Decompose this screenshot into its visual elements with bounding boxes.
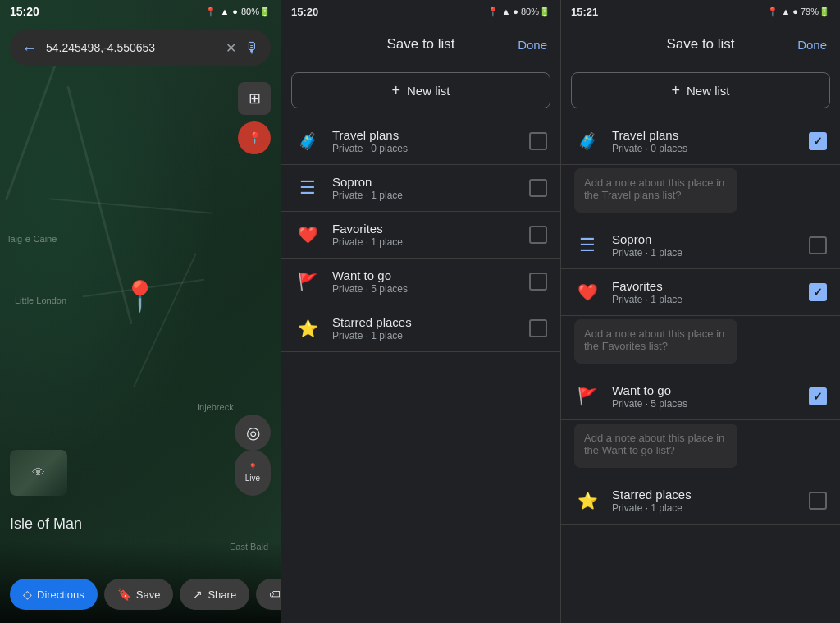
search-text: 54.245498,-4.550653: [46, 41, 217, 54]
checkmark-icon: ✓: [813, 135, 823, 148]
list-meta-right-sopron: Private · 1 place: [612, 247, 797, 259]
list-item-starred-places[interactable]: ⭐ Starred places Private · 1 place: [281, 305, 560, 352]
list-info-right-sopron: Sopron Private · 1 place: [612, 232, 797, 259]
list-icon-right-want-to-go: 🚩: [574, 383, 600, 410]
list-checkbox-right-want-to-go[interactable]: ✓: [809, 387, 827, 405]
list-icon-sopron: ☰: [294, 175, 321, 201]
save-to-list-right: 15:21 📍▲●79%🔋 Save to list Done + New li…: [560, 0, 840, 623]
list-checkbox-travel-plans[interactable]: [529, 132, 547, 150]
list-items-left: 🧳 Travel plans Private · 0 places ☰ Sopr…: [281, 115, 560, 623]
list-info-favorites: Favorites Private · 1 place: [332, 222, 518, 248]
list-checkbox-want-to-go[interactable]: [529, 273, 547, 291]
list-item-sopron[interactable]: ☰ Sopron Private · 1 place: [281, 165, 560, 212]
list-icon-favorites: ❤️: [294, 222, 321, 248]
list-meta-sopron: Private · 1 place: [332, 190, 518, 201]
share-label: Share: [208, 589, 236, 601]
list-meta-right-travel-plans: Private · 0 places: [612, 143, 797, 154]
share-button[interactable]: ↗ Share: [180, 579, 249, 610]
new-list-button-right[interactable]: + New list: [571, 72, 830, 108]
directions-button[interactable]: ◇ Directions: [10, 579, 98, 610]
list-name-right-starred-places: Starred places: [612, 488, 797, 502]
list-meta-want-to-go: Private · 5 places: [332, 283, 518, 295]
list-item-want-to-go[interactable]: 🚩 Want to go Private · 5 places: [281, 259, 560, 305]
list-info-right-travel-plans: Travel plans Private · 0 places: [612, 128, 797, 154]
map-status-icons: 📍▲●80%🔋: [205, 7, 271, 17]
clear-icon[interactable]: ✕: [226, 40, 236, 56]
list-item-right-starred-places[interactable]: ⭐ Starred places Private · 1 place: [561, 478, 840, 525]
live-label: Live: [245, 474, 260, 483]
new-list-button-left[interactable]: + New list: [291, 72, 550, 108]
plus-icon-right: +: [671, 82, 680, 99]
label-button[interactable]: 🏷 Lab: [256, 579, 281, 610]
new-list-label-right: New list: [687, 84, 730, 98]
plus-icon: +: [391, 82, 400, 99]
list-name-right-sopron: Sopron: [612, 232, 797, 246]
list-icon-right-favorites: ❤️: [574, 279, 600, 305]
street-view-thumbnail[interactable]: 👁: [10, 450, 67, 496]
list-meta-starred-places: Private · 1 place: [332, 330, 518, 341]
list-item-right-want-to-go[interactable]: 🚩 Want to go Private · 5 places ✓: [561, 373, 840, 420]
list-name-right-travel-plans: Travel plans: [612, 128, 797, 142]
panel-left-status-icons: 📍▲●80%🔋: [487, 7, 550, 17]
panel-left-header: Save to list Done: [281, 23, 560, 66]
panel-right-title: Save to list: [666, 36, 734, 53]
panel-left-time: 15:20: [291, 6, 318, 18]
map-label-injebreck: Injebreck: [197, 402, 234, 412]
list-info-right-favorites: Favorites Private · 1 place: [612, 279, 797, 305]
panel-right-time: 15:21: [571, 6, 598, 18]
list-meta-right-favorites: Private · 1 place: [612, 294, 797, 305]
list-meta-favorites: Private · 1 place: [332, 236, 518, 248]
save-to-list-left: 15:20 📍▲●80%🔋 Save to list Done + New li…: [281, 0, 560, 623]
list-item-right-travel-plans[interactable]: 🧳 Travel plans Private · 0 places ✓: [561, 118, 840, 165]
travel-plans-note[interactable]: [574, 168, 737, 213]
directions-label: Directions: [37, 589, 84, 601]
list-name-right-favorites: Favorites: [612, 279, 797, 293]
list-item-favorites[interactable]: ❤️ Favorites Private · 1 place: [281, 212, 560, 259]
save-label: Save: [136, 589, 161, 601]
favorites-note[interactable]: [574, 319, 737, 364]
list-checkbox-sopron[interactable]: [529, 179, 547, 197]
list-checkbox-right-sopron[interactable]: [809, 236, 827, 254]
list-icon-starred-places: ⭐: [294, 315, 321, 341]
list-checkbox-starred-places[interactable]: [529, 319, 547, 337]
list-checkbox-right-starred-places[interactable]: [809, 492, 827, 510]
panel-left-done-button[interactable]: Done: [518, 38, 547, 52]
back-icon[interactable]: ←: [21, 39, 38, 57]
layers-button[interactable]: ⊞: [238, 82, 271, 115]
list-meta-right-want-to-go: Private · 5 places: [612, 398, 797, 410]
save-button[interactable]: 🔖 Save: [104, 579, 174, 610]
mic-icon[interactable]: 🎙: [244, 39, 259, 57]
list-checkbox-right-travel-plans[interactable]: ✓: [809, 132, 827, 150]
map-label-laig: laig-e-Caine: [8, 234, 57, 244]
list-meta-right-starred-places: Private · 1 place: [612, 502, 797, 514]
map-marker: 📍: [121, 279, 158, 314]
checkmark-favorites-icon: ✓: [813, 286, 823, 299]
list-item-travel-plans[interactable]: 🧳 Travel plans Private · 0 places: [281, 118, 560, 165]
list-info-want-to-go: Want to go Private · 5 places: [332, 268, 518, 295]
list-item-right-sopron[interactable]: ☰ Sopron Private · 1 place: [561, 222, 840, 269]
panel-right-status-bar: 15:21 📍▲●79%🔋: [561, 0, 840, 23]
list-icon-right-starred-places: ⭐: [574, 488, 600, 514]
live-button[interactable]: 📍 Live: [235, 450, 271, 496]
location-button[interactable]: ◎: [235, 415, 271, 451]
map-time: 15:20: [10, 5, 39, 18]
map-controls: ⊞ 📍: [238, 82, 271, 154]
eye-icon: 👁: [32, 465, 45, 480]
list-checkbox-right-favorites[interactable]: ✓: [809, 283, 827, 301]
list-info-sopron: Sopron Private · 1 place: [332, 175, 518, 201]
want-to-go-note[interactable]: [574, 424, 737, 468]
list-name-sopron: Sopron: [332, 175, 518, 189]
share-icon: ↗: [193, 588, 203, 601]
map-status-bar: 15:20 📍▲●80%🔋: [0, 0, 281, 23]
panel-right-done-button[interactable]: Done: [797, 38, 827, 52]
list-meta-travel-plans: Private · 0 places: [332, 143, 518, 154]
list-name-travel-plans: Travel plans: [332, 128, 518, 142]
place-name: Isle of Man: [10, 515, 82, 533]
list-item-right-favorites[interactable]: ❤️ Favorites Private · 1 place ✓: [561, 269, 840, 316]
map-pin-icon[interactable]: 📍: [238, 121, 271, 154]
map-search-bar[interactable]: ← 54.245498,-4.550653 ✕ 🎙: [10, 30, 271, 66]
list-info-travel-plans: Travel plans Private · 0 places: [332, 128, 518, 154]
list-checkbox-favorites[interactable]: [529, 226, 547, 244]
map-label-london: Little London: [15, 295, 66, 305]
bookmark-icon: 🔖: [117, 588, 131, 601]
